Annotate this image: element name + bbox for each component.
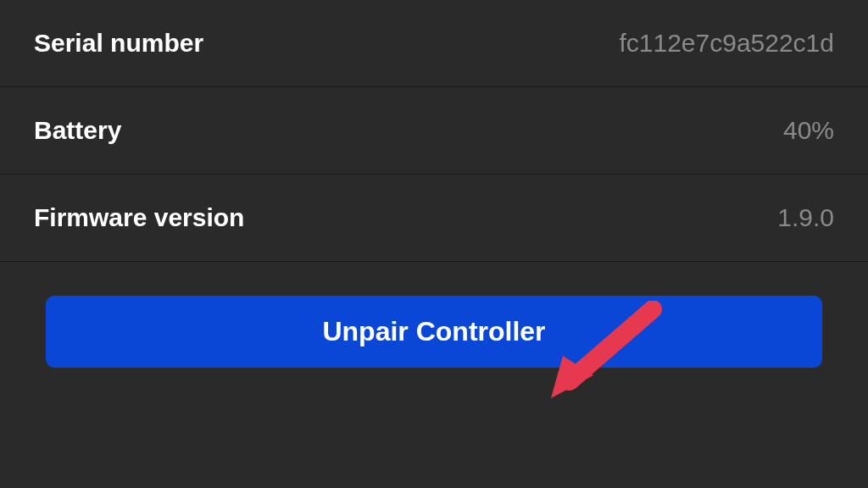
firmware-value: 1.9.0	[777, 203, 834, 232]
battery-label: Battery	[34, 116, 121, 145]
battery-value: 40%	[783, 116, 834, 145]
button-container: Unpair Controller	[0, 262, 868, 393]
firmware-row: Firmware version 1.9.0	[0, 175, 868, 262]
firmware-label: Firmware version	[34, 203, 244, 232]
serial-number-row: Serial number fc112e7c9a522c1d	[0, 0, 868, 87]
unpair-controller-button[interactable]: Unpair Controller	[46, 296, 822, 368]
battery-row: Battery 40%	[0, 87, 868, 175]
serial-number-value: fc112e7c9a522c1d	[619, 29, 834, 58]
serial-number-label: Serial number	[34, 29, 203, 58]
